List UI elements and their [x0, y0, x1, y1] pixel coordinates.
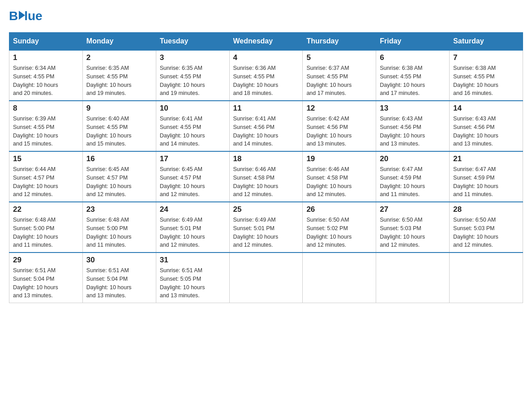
day-number: 20	[380, 154, 446, 163]
logo: B lue	[9, 9, 43, 23]
weekday-header-tuesday: Tuesday	[156, 33, 229, 51]
calendar-cell: 20Sunrise: 6:47 AM Sunset: 4:59 PM Dayli…	[376, 151, 450, 202]
day-info: Sunrise: 6:44 AM Sunset: 4:57 PM Dayligh…	[13, 165, 79, 199]
day-info: Sunrise: 6:34 AM Sunset: 4:55 PM Dayligh…	[13, 64, 79, 98]
day-info: Sunrise: 6:41 AM Sunset: 4:55 PM Dayligh…	[160, 115, 226, 148]
day-number: 11	[233, 104, 299, 113]
calendar-cell: 7Sunrise: 6:38 AM Sunset: 4:55 PM Daylig…	[450, 50, 523, 101]
day-info: Sunrise: 6:48 AM Sunset: 5:00 PM Dayligh…	[13, 216, 79, 249]
calendar-cell: 4Sunrise: 6:36 AM Sunset: 4:55 PM Daylig…	[229, 50, 303, 101]
weekday-header-row: SundayMondayTuesdayWednesdayThursdayFrid…	[9, 33, 523, 51]
logo-blue-part: B lue	[9, 9, 43, 23]
day-info: Sunrise: 6:51 AM Sunset: 5:04 PM Dayligh…	[13, 266, 79, 300]
day-info: Sunrise: 6:50 AM Sunset: 5:03 PM Dayligh…	[453, 216, 519, 249]
calendar-cell: 22Sunrise: 6:48 AM Sunset: 5:00 PM Dayli…	[9, 202, 83, 253]
day-info: Sunrise: 6:43 AM Sunset: 4:56 PM Dayligh…	[380, 115, 446, 148]
day-number: 7	[453, 53, 519, 62]
day-info: Sunrise: 6:50 AM Sunset: 5:03 PM Dayligh…	[380, 216, 446, 249]
calendar-table: SundayMondayTuesdayWednesdayThursdayFrid…	[9, 32, 523, 303]
day-info: Sunrise: 6:37 AM Sunset: 4:55 PM Dayligh…	[306, 64, 372, 98]
calendar-cell: 9Sunrise: 6:40 AM Sunset: 4:55 PM Daylig…	[82, 101, 156, 151]
calendar-cell: 15Sunrise: 6:44 AM Sunset: 4:57 PM Dayli…	[9, 151, 83, 202]
day-number: 19	[306, 154, 372, 163]
calendar-cell: 14Sunrise: 6:43 AM Sunset: 4:56 PM Dayli…	[450, 101, 523, 151]
weekday-header-saturday: Saturday	[450, 33, 523, 51]
calendar-cell: 3Sunrise: 6:35 AM Sunset: 4:55 PM Daylig…	[156, 50, 229, 101]
day-number: 9	[86, 104, 152, 113]
logo-blue-word: lue	[24, 9, 42, 23]
day-number: 22	[13, 205, 79, 214]
day-number: 18	[233, 154, 299, 163]
day-number: 25	[233, 205, 299, 214]
day-number: 16	[86, 154, 152, 163]
weekday-header-friday: Friday	[376, 33, 450, 51]
calendar-cell: 5Sunrise: 6:37 AM Sunset: 4:55 PM Daylig…	[303, 50, 376, 101]
calendar-cell: 18Sunrise: 6:46 AM Sunset: 4:58 PM Dayli…	[229, 151, 303, 202]
day-number: 8	[13, 104, 79, 113]
day-number: 26	[306, 205, 372, 214]
day-info: Sunrise: 6:46 AM Sunset: 4:58 PM Dayligh…	[306, 165, 372, 199]
day-info: Sunrise: 6:49 AM Sunset: 5:01 PM Dayligh…	[233, 216, 299, 249]
day-info: Sunrise: 6:41 AM Sunset: 4:56 PM Dayligh…	[233, 115, 299, 148]
day-info: Sunrise: 6:43 AM Sunset: 4:56 PM Dayligh…	[453, 115, 519, 148]
calendar-cell: 30Sunrise: 6:51 AM Sunset: 5:04 PM Dayli…	[82, 253, 156, 303]
day-number: 13	[380, 104, 446, 113]
calendar-cell: 17Sunrise: 6:45 AM Sunset: 4:57 PM Dayli…	[156, 151, 229, 202]
calendar-cell: 12Sunrise: 6:42 AM Sunset: 4:56 PM Dayli…	[303, 101, 376, 151]
day-number: 12	[306, 104, 372, 113]
calendar-cell: 1Sunrise: 6:34 AM Sunset: 4:55 PM Daylig…	[9, 50, 83, 101]
calendar-cell: 31Sunrise: 6:51 AM Sunset: 5:05 PM Dayli…	[156, 253, 229, 303]
page-header: B lue	[9, 9, 523, 23]
calendar-cell: 10Sunrise: 6:41 AM Sunset: 4:55 PM Dayli…	[156, 101, 229, 151]
calendar-cell: 28Sunrise: 6:50 AM Sunset: 5:03 PM Dayli…	[450, 202, 523, 253]
logo-b: B	[9, 9, 18, 23]
calendar-cell: 16Sunrise: 6:45 AM Sunset: 4:57 PM Dayli…	[82, 151, 156, 202]
weekday-header-wednesday: Wednesday	[229, 33, 303, 51]
day-info: Sunrise: 6:47 AM Sunset: 4:59 PM Dayligh…	[453, 165, 519, 199]
day-number: 30	[86, 256, 152, 265]
day-number: 31	[160, 256, 226, 265]
calendar-cell: 23Sunrise: 6:48 AM Sunset: 5:00 PM Dayli…	[82, 202, 156, 253]
day-number: 2	[86, 53, 152, 62]
day-info: Sunrise: 6:40 AM Sunset: 4:55 PM Dayligh…	[86, 115, 152, 148]
day-number: 4	[233, 53, 299, 62]
day-number: 14	[453, 104, 519, 113]
calendar-week-row: 15Sunrise: 6:44 AM Sunset: 4:57 PM Dayli…	[9, 151, 523, 202]
calendar-cell: 19Sunrise: 6:46 AM Sunset: 4:58 PM Dayli…	[303, 151, 376, 202]
weekday-header-sunday: Sunday	[9, 33, 83, 51]
day-info: Sunrise: 6:45 AM Sunset: 4:57 PM Dayligh…	[160, 165, 226, 199]
day-number: 10	[160, 104, 226, 113]
day-number: 27	[380, 205, 446, 214]
calendar-week-row: 1Sunrise: 6:34 AM Sunset: 4:55 PM Daylig…	[9, 50, 523, 101]
calendar-cell	[450, 253, 523, 303]
calendar-cell: 26Sunrise: 6:50 AM Sunset: 5:02 PM Dayli…	[303, 202, 376, 253]
day-number: 6	[380, 53, 446, 62]
calendar-cell: 25Sunrise: 6:49 AM Sunset: 5:01 PM Dayli…	[229, 202, 303, 253]
day-number: 23	[86, 205, 152, 214]
calendar-cell: 29Sunrise: 6:51 AM Sunset: 5:04 PM Dayli…	[9, 253, 83, 303]
day-info: Sunrise: 6:39 AM Sunset: 4:55 PM Dayligh…	[13, 115, 79, 148]
day-number: 29	[13, 256, 79, 265]
calendar-cell	[376, 253, 450, 303]
day-number: 3	[160, 53, 226, 62]
calendar-cell: 24Sunrise: 6:49 AM Sunset: 5:01 PM Dayli…	[156, 202, 229, 253]
weekday-header-thursday: Thursday	[303, 33, 376, 51]
calendar-cell: 27Sunrise: 6:50 AM Sunset: 5:03 PM Dayli…	[376, 202, 450, 253]
day-number: 5	[306, 53, 372, 62]
calendar-cell: 8Sunrise: 6:39 AM Sunset: 4:55 PM Daylig…	[9, 101, 83, 151]
day-info: Sunrise: 6:45 AM Sunset: 4:57 PM Dayligh…	[86, 165, 152, 199]
day-info: Sunrise: 6:36 AM Sunset: 4:55 PM Dayligh…	[233, 64, 299, 98]
calendar-week-row: 29Sunrise: 6:51 AM Sunset: 5:04 PM Dayli…	[9, 253, 523, 303]
day-number: 15	[13, 154, 79, 163]
day-info: Sunrise: 6:38 AM Sunset: 4:55 PM Dayligh…	[453, 64, 519, 98]
calendar-cell: 13Sunrise: 6:43 AM Sunset: 4:56 PM Dayli…	[376, 101, 450, 151]
calendar-week-row: 22Sunrise: 6:48 AM Sunset: 5:00 PM Dayli…	[9, 202, 523, 253]
day-info: Sunrise: 6:47 AM Sunset: 4:59 PM Dayligh…	[380, 165, 446, 199]
calendar-cell: 2Sunrise: 6:35 AM Sunset: 4:55 PM Daylig…	[82, 50, 156, 101]
day-number: 28	[453, 205, 519, 214]
calendar-cell	[303, 253, 376, 303]
calendar-cell: 21Sunrise: 6:47 AM Sunset: 4:59 PM Dayli…	[450, 151, 523, 202]
day-info: Sunrise: 6:42 AM Sunset: 4:56 PM Dayligh…	[306, 115, 372, 148]
day-info: Sunrise: 6:51 AM Sunset: 5:04 PM Dayligh…	[86, 266, 152, 300]
day-info: Sunrise: 6:49 AM Sunset: 5:01 PM Dayligh…	[160, 216, 226, 249]
